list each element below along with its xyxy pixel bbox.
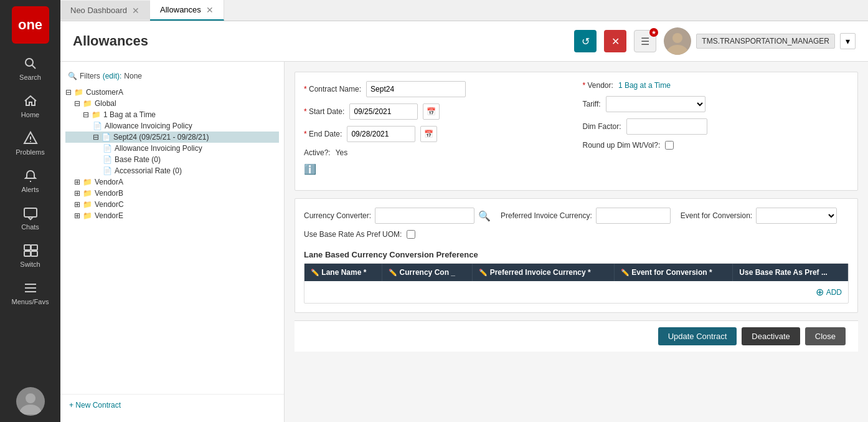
dim-factor-input[interactable] (626, 118, 707, 135)
svg-rect-9 (31, 251, 37, 256)
sidebar-item-home[interactable]: Home (0, 87, 60, 125)
tree-item-base-rate[interactable]: 📄 Base Rate (0) (65, 154, 279, 165)
use-base-checkbox[interactable] (407, 230, 415, 239)
svg-rect-8 (24, 251, 31, 256)
contract-name-label: * Contract Name: (304, 85, 361, 94)
currency-converter-label: Currency Converter: (304, 211, 371, 220)
tree-item-vendorE[interactable]: ⊞ 📁 VendorE (65, 210, 279, 221)
main-content: Neo Dashboard ✕ Allowances ✕ Allowances … (60, 0, 868, 422)
vendor-link[interactable]: 1 Bag at a Time (618, 81, 671, 90)
sidebar-item-search[interactable]: Search (0, 50, 60, 87)
currency-converter-input[interactable] (375, 208, 474, 224)
tree-item-accessorial-rate[interactable]: 📄 Accessorial Rate (0) (65, 165, 279, 176)
warning-icon (23, 131, 38, 146)
folder-icon: 📁 (83, 99, 92, 108)
page-title: Allowances (73, 33, 567, 49)
event-conversion-select[interactable] (756, 208, 837, 224)
end-date-input[interactable] (347, 126, 415, 142)
use-base-row: Use Base Rate As Pref UOM: (304, 230, 849, 239)
tree-item-vendorC[interactable]: ⊞ 📁 VendorC (65, 199, 279, 210)
tree-item-sept24[interactable]: ⊟ 📄 Sept24 (09/25/21 - 09/28/21) (65, 132, 279, 143)
update-contract-button[interactable]: Update Contract (658, 327, 737, 345)
doc-icon: 📄 (103, 166, 112, 175)
vendor-label: * Vendor: (583, 81, 613, 90)
preferred-currency-field: Preferred Invoice Currency: (501, 208, 671, 224)
contract-name-input[interactable] (366, 81, 466, 97)
tab-allowances[interactable]: Allowances ✕ (150, 0, 224, 21)
add-row-section: ⊕ ADD (304, 281, 848, 303)
form-left-col: * Contract Name: * Start Date: 📅 (304, 81, 570, 181)
active-label: Active?: (304, 148, 331, 157)
svg-point-13 (26, 393, 35, 403)
app-logo: one (12, 6, 49, 44)
currency-row: Currency Converter: 🔍 Preferred Invoice … (304, 208, 849, 224)
start-date-calendar-button[interactable]: 📅 (423, 103, 440, 120)
tariff-select[interactable] (606, 96, 705, 112)
user-section: TMS.TRANSPORTATION_MANAGER ▾ (664, 27, 856, 55)
close-button[interactable]: ✕ (604, 30, 626, 52)
tab-close-allowances[interactable]: ✕ (206, 6, 214, 14)
sidebar: one Search Home Problems Alerts Chats Sw… (0, 0, 60, 422)
tree-item-global[interactable]: ⊟ 📁 Global (65, 98, 279, 109)
sidebar-item-alerts[interactable]: Alerts (0, 162, 60, 199)
user-dropdown-button[interactable]: ▾ (840, 33, 856, 49)
left-panel: 🔍 Filters (edit): None ⊟ 📁 CustomerA ⊟ 📁… (60, 62, 285, 422)
filter-edit-link[interactable]: (edit): (103, 72, 122, 80)
menu-icon (23, 281, 38, 295)
tab-close-neo-dashboard[interactable]: ✕ (132, 6, 139, 15)
deactivate-button[interactable]: Deactivate (742, 327, 800, 345)
sidebar-item-menus[interactable]: Menus/Favs (0, 274, 60, 312)
add-lane-button[interactable]: ⊕ ADD (816, 286, 842, 298)
page-header: Allowances ↺ ✕ ☰ ★ TMS.TRANSPORTATION_MA… (60, 21, 868, 62)
col-lane-name: ✏️ Lane Name * (304, 264, 382, 281)
user-avatar-small[interactable] (16, 387, 45, 416)
tree-item-vendorB[interactable]: ⊞ 📁 VendorB (65, 188, 279, 199)
sidebar-item-chats[interactable]: Chats (0, 199, 60, 237)
tree-item-1bag[interactable]: ⊟ 📁 1 Bag at a Time (65, 109, 279, 120)
folder-doc-icon: 📁 (92, 110, 101, 119)
roundup-checkbox[interactable] (665, 141, 674, 150)
preferred-currency-input[interactable] (596, 208, 671, 224)
folder-icon: 📁 (83, 211, 92, 220)
user-name-label: TMS.TRANSPORTATION_MANAGER (696, 34, 835, 49)
new-contract-section: + New Contract (60, 394, 284, 416)
roundup-row: Round up Dim Wt/Vol?: (583, 141, 849, 150)
refresh-button[interactable]: ↺ (574, 30, 597, 52)
tree-item-allowance-policy-2[interactable]: 📄 Allowance Invoicing Policy (65, 143, 279, 154)
new-contract-link[interactable]: + New Contract (69, 401, 121, 410)
tree-item-allowance-policy-1[interactable]: 📄 Allowance Invoicing Policy (65, 120, 279, 132)
info-icon[interactable]: ℹ️ (304, 163, 316, 175)
end-date-calendar-button[interactable]: 📅 (420, 126, 437, 142)
lane-table-section: Lane Based Currency Conversion Preferenc… (304, 245, 849, 304)
doc-icon: 📄 (103, 144, 112, 153)
start-date-label: * Start Date: (304, 107, 344, 116)
form-right-col: * Vendor: 1 Bag at a Time Tariff: Dim Fa… (583, 81, 849, 181)
start-date-row: * Start Date: 📅 (304, 103, 570, 120)
tree-item-customerA[interactable]: ⊟ 📁 CustomerA (65, 87, 279, 98)
svg-line-1 (32, 65, 35, 69)
start-date-input[interactable] (349, 103, 418, 120)
tab-neo-dashboard[interactable]: Neo Dashboard ✕ (60, 1, 150, 20)
col-event-conversion: ✏️ Event for Conversion * (614, 264, 732, 281)
form-top: * Contract Name: * Start Date: 📅 (304, 81, 849, 181)
right-panel: * Contract Name: * Start Date: 📅 (285, 62, 868, 422)
sidebar-item-problems[interactable]: Problems (0, 125, 60, 162)
doc-icon: 📄 (101, 133, 111, 141)
close-form-button[interactable]: Close (805, 327, 846, 345)
tree-item-vendorA[interactable]: ⊞ 📁 VendorA (65, 176, 279, 188)
lane-table-title: Lane Based Currency Conversion Preferenc… (304, 245, 849, 263)
contract-form: * Contract Name: * Start Date: 📅 (295, 72, 858, 191)
filter-bar: 🔍 Filters (edit): None (60, 68, 284, 84)
currency-search-button[interactable]: 🔍 (478, 210, 491, 222)
svg-rect-7 (31, 245, 37, 250)
folder-icon: 📁 (83, 200, 92, 209)
content-area: 🔍 Filters (edit): None ⊟ 📁 CustomerA ⊟ 📁… (60, 62, 868, 422)
menu-button[interactable]: ☰ ★ (634, 30, 656, 52)
filter-icon: 🔍 (68, 72, 77, 80)
dim-factor-label: Dim Factor: (583, 122, 621, 131)
use-base-label: Use Base Rate As Pref UOM: (304, 230, 402, 239)
folder-icon: 📁 (74, 88, 83, 97)
sidebar-item-switch[interactable]: Switch (0, 237, 60, 274)
edit-icon: ✏️ (389, 269, 397, 276)
tariff-row: Tariff: (583, 96, 849, 112)
